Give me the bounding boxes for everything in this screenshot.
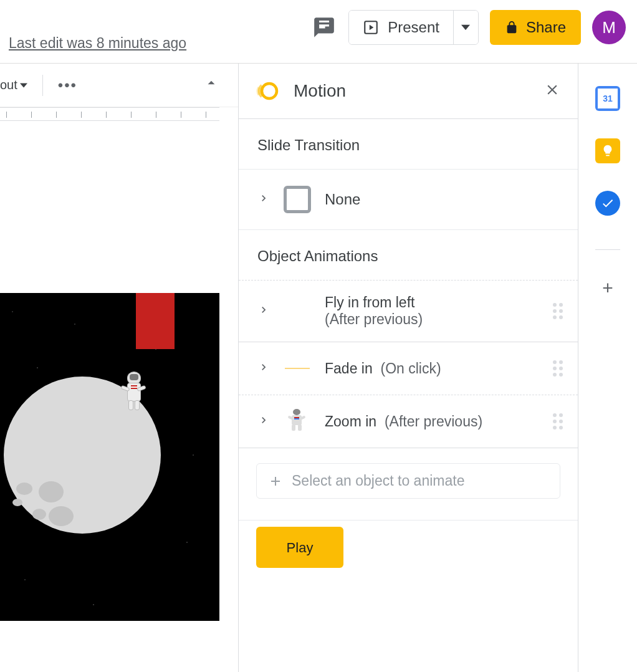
- red-rectangle-shape[interactable]: [136, 293, 175, 349]
- tasks-icon[interactable]: [595, 191, 620, 216]
- share-label: Share: [526, 19, 566, 36]
- play-label: Play: [287, 540, 314, 556]
- more-menu[interactable]: •••: [58, 77, 77, 94]
- add-animation-button: Select an object to animate: [256, 463, 560, 499]
- animation-row-zoom-in[interactable]: Zoom in (After previous): [239, 395, 578, 448]
- present-button-group: Present: [348, 10, 479, 45]
- rail-divider: [595, 249, 620, 250]
- svg-point-1: [262, 84, 277, 98]
- top-actions: Present Share M: [311, 10, 626, 45]
- motion-panel-header: Motion: [239, 64, 578, 119]
- present-label: Present: [388, 19, 439, 36]
- animation-effect: Zoom in (After previous): [325, 413, 482, 430]
- chevron-right-icon: [257, 192, 270, 207]
- toolbar-left: out •••: [0, 75, 77, 96]
- keep-icon[interactable]: [595, 138, 620, 163]
- add-addon-button[interactable]: +: [602, 277, 613, 299]
- present-dropdown[interactable]: [453, 11, 478, 44]
- comments-icon[interactable]: [311, 15, 337, 40]
- last-edit-link[interactable]: Last edit was 8 minutes ago: [9, 35, 186, 52]
- side-panel-rail: 31 +: [578, 64, 637, 672]
- layout-dropdown[interactable]: out: [0, 78, 27, 92]
- object-animations-heading: Object Animations: [239, 230, 578, 280]
- astronaut-shape[interactable]: [122, 372, 147, 413]
- toolbar-divider: [42, 75, 43, 96]
- close-icon[interactable]: [544, 82, 560, 100]
- panel-divider: [239, 520, 578, 521]
- motion-icon: [256, 80, 279, 102]
- animation-thumbnail: [282, 409, 312, 434]
- present-button[interactable]: Present: [349, 11, 453, 44]
- chevron-right-icon: [257, 361, 270, 376]
- calendar-day: 31: [603, 94, 613, 103]
- drag-handle-icon[interactable]: [553, 360, 563, 377]
- slide-icon: [284, 186, 311, 213]
- slide-canvas[interactable]: [0, 293, 219, 621]
- animation-thumbnail: [282, 356, 312, 381]
- motion-panel: Motion Slide Transition None Object Anim…: [238, 64, 578, 672]
- avatar-letter: M: [602, 18, 616, 37]
- animation-row-fade-in[interactable]: Fade in (On click): [239, 342, 578, 395]
- transition-value: None: [325, 191, 360, 208]
- chevron-right-icon: [257, 304, 270, 319]
- collapse-toolbar-button[interactable]: [203, 75, 219, 94]
- plus-icon: [268, 474, 283, 489]
- calendar-icon[interactable]: 31: [595, 86, 620, 111]
- ruler: [0, 107, 219, 121]
- animation-thumbnail: [282, 299, 312, 324]
- animation-row-fly-in[interactable]: Fly in from left (After previous): [239, 280, 578, 342]
- add-animation-label: Select an object to animate: [292, 473, 464, 489]
- avatar[interactable]: M: [592, 11, 626, 44]
- animation-trigger: (After previous): [325, 311, 423, 328]
- top-bar: Last edit was 8 minutes ago Present Shar…: [0, 0, 637, 64]
- play-button[interactable]: Play: [256, 527, 343, 568]
- animation-effect: Fly in from left: [325, 294, 423, 311]
- share-button[interactable]: Share: [490, 10, 581, 45]
- animation-effect: Fade in (On click): [325, 360, 441, 377]
- motion-title: Motion: [294, 81, 544, 101]
- transition-row[interactable]: None: [239, 169, 578, 230]
- animation-list: Fly in from left (After previous) Fade i…: [239, 280, 578, 448]
- layout-label-text: out: [0, 78, 17, 92]
- astronaut-icon: [288, 409, 307, 434]
- toolbar-row: out •••: [0, 64, 238, 107]
- chevron-right-icon: [257, 414, 270, 429]
- slide-transition-heading: Slide Transition: [239, 119, 578, 169]
- drag-handle-icon[interactable]: [553, 303, 563, 319]
- drag-handle-icon[interactable]: [553, 413, 563, 430]
